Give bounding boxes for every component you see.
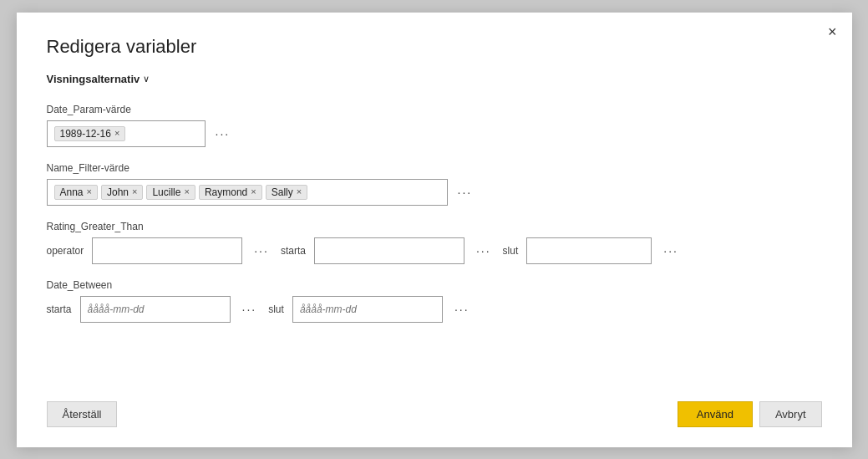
name-filter-row: Anna × John × Lucille × Raymond × Sally xyxy=(47,179,822,206)
reset-button[interactable]: Återställ xyxy=(47,401,118,427)
date-param-tag-close[interactable]: × xyxy=(114,129,119,138)
date-param-row: 1989-12-16 × ··· xyxy=(47,120,822,147)
dialog-title: Redigera variabler xyxy=(47,36,822,58)
tag-sally: Sally × xyxy=(266,185,307,200)
close-button[interactable]: × xyxy=(828,24,837,39)
tag-raymond: Raymond × xyxy=(199,185,262,200)
footer-right: Använd Avbryt xyxy=(678,401,822,427)
rating-label: Rating_Greater_Than xyxy=(47,221,822,232)
date-start-input[interactable] xyxy=(80,296,231,323)
name-filter-input[interactable]: Anna × John × Lucille × Raymond × Sally xyxy=(47,179,448,206)
date-between-section: Date_Between starta ··· slut ··· xyxy=(47,279,822,323)
date-param-section: Date_Param-värde 1989-12-16 × ··· xyxy=(47,104,822,147)
start-input[interactable] xyxy=(314,237,464,264)
date-param-label: Date_Param-värde xyxy=(47,104,822,115)
rating-row: operator ··· starta ··· slut ··· xyxy=(47,237,822,264)
end-input[interactable] xyxy=(526,237,652,264)
tag-john: John × xyxy=(101,185,143,200)
date-param-tag: 1989-12-16 × xyxy=(54,126,126,141)
name-filter-label: Name_Filter-värde xyxy=(47,162,822,174)
tag-lucille-close[interactable]: × xyxy=(184,187,189,196)
operator-input[interactable] xyxy=(92,237,242,264)
date-param-more[interactable]: ··· xyxy=(212,125,234,142)
view-options-label: Visningsalternativ xyxy=(47,73,140,85)
tag-lucille: Lucille × xyxy=(146,185,195,200)
date-start-more[interactable]: ··· xyxy=(239,301,261,318)
date-start-label: starta xyxy=(47,303,72,315)
start-more[interactable]: ··· xyxy=(473,242,495,259)
operator-label: operator xyxy=(47,245,84,257)
cancel-button[interactable]: Avbryt xyxy=(759,401,822,427)
end-label: slut xyxy=(503,245,519,257)
end-more[interactable]: ··· xyxy=(660,242,682,259)
tag-anna-close[interactable]: × xyxy=(87,187,92,196)
date-end-input[interactable] xyxy=(292,296,443,323)
rating-section: Rating_Greater_Than operator ··· starta … xyxy=(47,221,822,264)
tag-anna: Anna × xyxy=(54,185,98,200)
name-filter-more[interactable]: ··· xyxy=(454,184,476,201)
apply-button[interactable]: Använd xyxy=(678,401,753,427)
operator-more[interactable]: ··· xyxy=(251,242,272,259)
tag-john-close[interactable]: × xyxy=(132,187,137,196)
dialog-footer: Återställ Använd Avbryt xyxy=(47,381,822,427)
chevron-down-icon: ∨ xyxy=(143,74,150,84)
start-label: starta xyxy=(281,245,306,257)
edit-variables-dialog: × Redigera variabler Visningsalternativ … xyxy=(17,13,852,447)
tag-sally-close[interactable]: × xyxy=(297,187,302,196)
name-filter-section: Name_Filter-värde Anna × John × Lucille … xyxy=(47,162,822,206)
date-param-input[interactable]: 1989-12-16 × xyxy=(47,120,206,147)
tag-raymond-close[interactable]: × xyxy=(251,187,256,196)
view-options-toggle[interactable]: Visningsalternativ ∨ xyxy=(47,73,822,85)
date-between-row: starta ··· slut ··· xyxy=(47,296,822,323)
date-end-label: slut xyxy=(268,303,284,315)
date-param-tag-value: 1989-12-16 xyxy=(60,128,111,140)
date-end-more[interactable]: ··· xyxy=(451,301,473,318)
date-between-label: Date_Between xyxy=(47,279,822,291)
